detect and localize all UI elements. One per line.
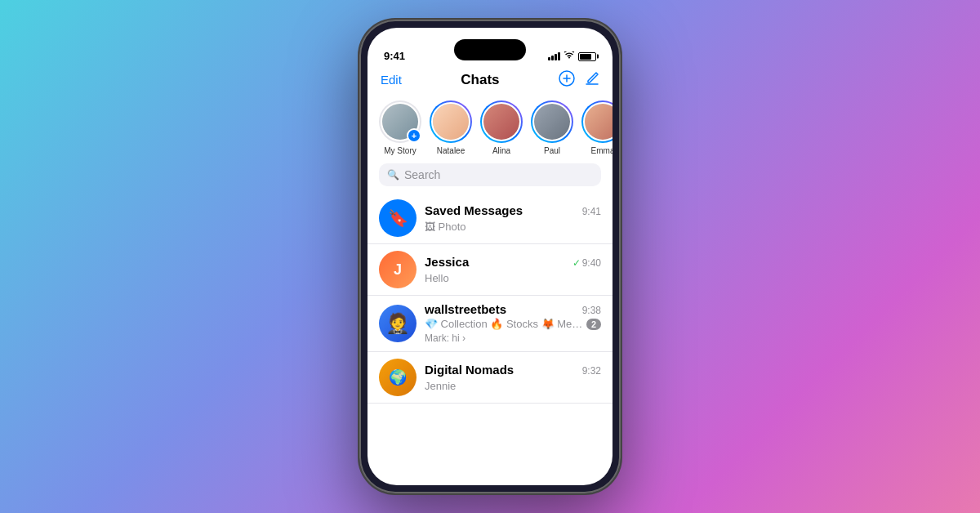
search-bar[interactable]: 🔍 Search [379,163,601,186]
chat-body-digital: Digital Nomads 9:32 Jennie [425,363,601,393]
status-time: 9:41 [384,50,405,62]
add-chat-icon[interactable] [559,70,575,89]
story-item-alina[interactable]: Alina [480,100,523,155]
story-name-emma: Emma [591,146,612,155]
avatar-digital-nomads: 🌍 [379,359,416,396]
phone-wrapper: 9:41 Edit Chats [359,20,621,493]
chat-list: 🔖 Saved Messages 9:41 🖼 Photo J Jessica [368,193,612,485]
avatar-jessica: J [379,251,416,288]
story-item-natalee[interactable]: Natalee [430,100,472,155]
compose-icon[interactable] [585,71,599,88]
chat-item-digital-nomads[interactable]: 🌍 Digital Nomads 9:32 Jennie [368,352,612,404]
chat-badge-wsb: 2 [586,319,601,330]
chat-name-saved: Saved Messages [425,203,523,217]
chat-item-saved-messages[interactable]: 🔖 Saved Messages 9:41 🖼 Photo [368,193,612,244]
chat-time-digital: 9:32 [582,365,601,377]
chat-name-digital: Digital Nomads [425,363,514,377]
chat-item-wallstreetbets[interactable]: 🤵 wallstreetbets 9:38 💎 Collection 🔥 Sto… [368,296,612,352]
chat-time-jessica: ✓ 9:40 [572,257,601,269]
chat-time-saved: 9:41 [582,206,601,217]
add-story-button[interactable]: + [407,128,421,143]
chat-item-jessica[interactable]: J Jessica ✓ 9:40 Hello [368,244,612,296]
nav-header: Edit Chats [368,67,612,96]
chat-body-jessica: Jessica ✓ 9:40 Hello [425,255,601,285]
edit-button[interactable]: Edit [381,73,402,87]
battery-icon [578,52,596,61]
nav-action-icons [559,70,599,89]
read-check-icon: ✓ [572,257,581,269]
chat-preview-wsb: 💎 Collection 🔥 Stocks 🦊 Memes... [425,318,586,330]
search-icon: 🔍 [387,169,399,181]
story-item-paul[interactable]: Paul [531,100,573,155]
story-name-my-story: My Story [384,146,416,155]
chat-preview-jessica: Hello [425,272,449,284]
stories-row: + My Story Natalee [368,96,612,163]
search-placeholder: Search [404,168,440,181]
story-name-natalee: Natalee [437,146,465,155]
chat-body-saved: Saved Messages 9:41 🖼 Photo [425,203,601,234]
dynamic-island [454,39,526,60]
status-icons [548,51,596,62]
phone-screen: 9:41 Edit Chats [368,28,612,485]
chat-name-jessica: Jessica [425,255,469,269]
signal-bars-icon [548,52,560,60]
wifi-icon [564,51,575,62]
story-name-alina: Alina [492,146,510,155]
chat-body-wsb: wallstreetbets 9:38 💎 Collection 🔥 Stock… [425,302,601,345]
chat-preview-saved: 🖼 Photo [425,221,466,233]
chats-title: Chats [461,72,499,88]
chat-sub-wsb: Mark: hi › [425,332,466,344]
story-name-paul: Paul [544,146,560,155]
story-item-emma[interactable]: Emma [581,100,612,155]
story-item-my-story[interactable]: + My Story [379,100,421,155]
chat-name-wsb: wallstreetbets [425,302,506,316]
chat-preview-digital: Jennie [425,380,456,392]
avatar-wsb: 🤵 [379,305,416,342]
saved-messages-avatar: 🔖 [379,199,416,237]
chat-time-wsb: 9:38 [582,305,601,316]
